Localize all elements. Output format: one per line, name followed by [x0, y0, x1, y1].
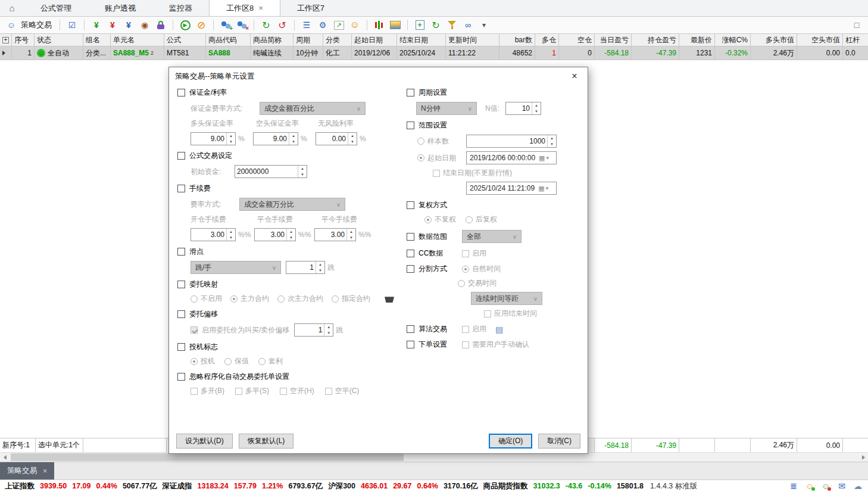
tab-monitor[interactable]: 监控器: [152, 0, 209, 16]
ignore-short-close[interactable]: 空平(C): [325, 386, 360, 396]
message-icon[interactable]: ✉: [836, 481, 847, 491]
tab-formula-manager[interactable]: 公式管理: [24, 0, 88, 16]
cancel-button[interactable]: 取消(C): [538, 434, 580, 449]
scrollbar-thumb[interactable]: [11, 453, 404, 461]
col-start[interactable]: 起始日期: [352, 34, 397, 46]
tab-account-view[interactable]: 账户透视: [88, 0, 152, 16]
expand-all-button[interactable]: +: [0, 34, 12, 46]
split-time-mode-select[interactable]: 连续时间等距 ∨: [471, 292, 542, 305]
long-margin-input[interactable]: 9.00 ▲▼: [191, 132, 236, 145]
sample-count-input[interactable]: 1000 ▲▼: [466, 135, 557, 148]
unlock-icon[interactable]: [154, 18, 167, 32]
data-range-checkbox[interactable]: [407, 233, 414, 241]
col-unit[interactable]: 单元名: [111, 34, 164, 46]
col-leverage[interactable]: 杠杆: [843, 34, 868, 46]
col-period[interactable]: 周期: [294, 34, 323, 46]
spinner-buttons[interactable]: ▲▼: [226, 133, 235, 145]
col-end[interactable]: 结束日期: [397, 34, 446, 46]
spinner-buttons[interactable]: ▲▼: [316, 261, 324, 273]
algo-trade-checkbox[interactable]: [407, 325, 414, 333]
mapping-option-specified[interactable]: 指定合约: [332, 294, 370, 304]
col-name[interactable]: 商品简称: [251, 34, 294, 46]
spinner-buttons[interactable]: ▲▼: [324, 324, 333, 336]
quote-board-icon[interactable]: ≣: [788, 481, 799, 491]
lock-trading-icon[interactable]: ¥: [122, 18, 135, 32]
adjust-none-radio[interactable]: 不复权: [424, 214, 456, 225]
scroll-left-icon[interactable]: [0, 453, 10, 462]
spinner-buttons[interactable]: ▲▼: [226, 229, 235, 241]
tab-workspace8[interactable]: 工作区8 ×: [209, 0, 280, 16]
formula-trade-checkbox[interactable]: [177, 152, 185, 160]
col-short-mv[interactable]: 空头市值: [797, 34, 843, 46]
panel-maximize-icon[interactable]: □: [850, 18, 863, 32]
split-trading-radio[interactable]: 交易时间: [458, 278, 497, 288]
period-mode-select[interactable]: N分钟 ∨: [416, 102, 477, 115]
col-status[interactable]: 状态: [35, 34, 83, 46]
mapping-option-submain[interactable]: 次主力合约: [277, 294, 323, 304]
adjust-checkbox[interactable]: [407, 201, 414, 209]
cc-enable-checkbox[interactable]: 启用: [462, 248, 486, 259]
list-settings-icon[interactable]: ☰: [300, 18, 313, 32]
range-startdate-radio[interactable]: 起始日期: [417, 153, 466, 163]
spec-flag-checkbox[interactable]: [177, 343, 185, 351]
spinner-buttons[interactable]: ▲▼: [298, 166, 307, 178]
start-date-input[interactable]: 2019/12/06 00:00:00 ▦ ▾: [466, 151, 557, 164]
ignore-auto-checkbox[interactable]: [177, 373, 185, 381]
spinner-buttons[interactable]: ▲▼: [532, 102, 541, 114]
reload-unit-icon[interactable]: ↻: [260, 18, 273, 32]
col-group[interactable]: 组名: [83, 34, 111, 46]
new-report-icon[interactable]: +: [413, 18, 426, 32]
slippage-checkbox[interactable]: [177, 248, 185, 256]
col-seq[interactable]: 序号: [12, 34, 35, 46]
user-notify-icon[interactable]: ☺: [804, 481, 815, 491]
algo-config-icon[interactable]: ▤: [495, 325, 503, 334]
bottom-tab-strategy[interactable]: 策略交易 ×: [0, 462, 54, 479]
col-chg[interactable]: 涨幅C%: [715, 34, 751, 46]
open-fee-input[interactable]: 3.00 ▲▼: [191, 228, 236, 241]
range-sample-radio[interactable]: 样本数: [417, 136, 466, 147]
pause-trading-icon[interactable]: ¥: [106, 18, 119, 32]
performance-chart-icon[interactable]: ↗: [332, 18, 345, 32]
close-fee-input[interactable]: 3.00 ▲▼: [254, 228, 296, 241]
margin-checkbox[interactable]: [177, 89, 185, 96]
order-mapping-checkbox[interactable]: [177, 281, 185, 288]
spinner-buttons[interactable]: ▲▼: [346, 229, 355, 241]
col-short[interactable]: 空仓: [559, 34, 595, 46]
period-checkbox[interactable]: [407, 89, 414, 96]
link-icon[interactable]: ∞: [461, 18, 474, 32]
col-code[interactable]: 商品代码: [206, 34, 251, 46]
ok-button[interactable]: 确定(O): [489, 434, 532, 449]
adjust-backward-radio[interactable]: 后复权: [466, 214, 497, 225]
algo-enable-checkbox[interactable]: 启用: [462, 324, 486, 334]
order-offset-checkbox[interactable]: [177, 310, 185, 318]
start-trading-icon[interactable]: ¥: [90, 18, 103, 32]
candlestick-icon[interactable]: [373, 18, 386, 32]
contract-basket-icon[interactable]: [385, 295, 394, 303]
spec-option-hedge[interactable]: 保值: [224, 356, 249, 366]
set-default-button[interactable]: 设为默认(D): [176, 434, 233, 449]
col-long-mv[interactable]: 多头市值: [751, 34, 797, 46]
close-icon[interactable]: ×: [258, 4, 263, 13]
table-row[interactable]: 1 ☺ 全自动 分类... SA888_M5 2 MT581 SA888 纯碱连…: [0, 46, 868, 60]
offset-enable-checkbox[interactable]: [191, 326, 198, 334]
spinner-buttons[interactable]: ▲▼: [547, 135, 556, 147]
col-update[interactable]: 更新时间: [446, 34, 499, 46]
tab-workspace7[interactable]: 工作区7: [280, 0, 341, 16]
slippage-input[interactable]: 1 ▲▼: [286, 261, 325, 274]
delete-unit-icon[interactable]: ×: [235, 18, 248, 32]
n-value-input[interactable]: 10 ▲▼: [505, 102, 541, 115]
split-mode-checkbox[interactable]: [407, 265, 414, 273]
col-long[interactable]: 多仓: [535, 34, 559, 46]
margin-rate-mode-select[interactable]: 成交金额百分比 ∨: [260, 102, 366, 115]
end-date-checkbox[interactable]: 结束日期(不更新行情): [433, 168, 512, 178]
scroll-right-icon[interactable]: [858, 453, 868, 462]
settings-gears-icon[interactable]: ⚙: [316, 18, 329, 32]
offset-value-input[interactable]: 1 ▲▼: [294, 323, 333, 337]
dialog-title-bar[interactable]: 策略交易--策略单元设置 ×: [169, 67, 588, 85]
col-category[interactable]: 分类: [323, 34, 352, 46]
ignore-long-open[interactable]: 多开(B): [191, 386, 224, 396]
cc-data-checkbox[interactable]: [407, 250, 414, 257]
initial-capital-input[interactable]: 20000000 ▲▼: [235, 165, 307, 178]
split-natural-radio[interactable]: 自然时间: [462, 264, 501, 274]
add-unit-icon[interactable]: +: [219, 18, 232, 32]
